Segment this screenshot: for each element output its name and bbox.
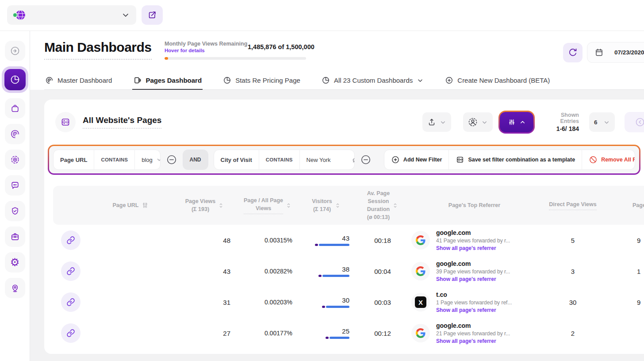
sort-icon[interactable] xyxy=(335,203,341,208)
filter-1: Page URL CONTAINS blog xyxy=(53,150,161,170)
pie-chart-icon xyxy=(10,74,20,85)
columns-icon xyxy=(133,76,142,84)
sort-icon[interactable] xyxy=(286,203,291,208)
filter-value-label: New York xyxy=(307,157,331,163)
remove-all-filters-button[interactable]: Remove All Filters xyxy=(582,150,635,169)
filter-1-operator[interactable]: CONTAINS xyxy=(94,150,135,169)
visitors-value: 43 xyxy=(299,234,349,242)
shown-entries-value: 1-6/ 184 xyxy=(541,125,579,132)
sidebar-item-locations[interactable] xyxy=(5,278,25,298)
show-all-referrer-link[interactable]: Show all page's referrer xyxy=(436,276,510,282)
col-visitors[interactable]: Visitors(Σ 174) xyxy=(299,197,354,213)
tab-label: All 23 Custom Dashboards xyxy=(334,77,413,84)
main-area: Main Dashboards Monthly Page Views Remai… xyxy=(30,31,644,361)
filter-1-field[interactable]: Page URL xyxy=(54,150,94,169)
open-website-button[interactable] xyxy=(142,5,163,25)
tab-label: Stats Re Pricing Page xyxy=(235,77,300,84)
date-range-value: 07/23/2020 xyxy=(614,49,644,56)
filter-field-label: Page URL xyxy=(60,157,87,163)
sidebar-item-settings[interactable]: ⚙ xyxy=(5,252,25,273)
filter-button-highlight xyxy=(498,111,535,134)
add-new-filter-button[interactable]: Add New Filter xyxy=(384,150,449,169)
filter-2-field[interactable]: City of Visit xyxy=(214,150,259,169)
chevron-up-icon xyxy=(519,119,526,126)
arrow-circle-icon xyxy=(10,46,20,56)
sort-icon[interactable] xyxy=(218,203,224,208)
table-row[interactable]: 48 0.00315% 43 00:18 google.com 41 Page … xyxy=(53,225,644,256)
duration-cell: 00:03 xyxy=(354,299,411,306)
tab-pages-dashboard[interactable]: Pages Dashboard xyxy=(132,69,203,89)
website-selector[interactable] xyxy=(7,5,136,25)
col-page-views[interactable]: Page Views(Σ 193) xyxy=(172,197,237,213)
refresh-button[interactable] xyxy=(563,43,583,62)
referrer-cell: google.com 21 Page views forwarded by r.… xyxy=(411,322,537,344)
page-link-icon[interactable] xyxy=(61,292,80,312)
direct-views-cell: 3 xyxy=(537,268,608,275)
sidebar-item-dashboards[interactable] xyxy=(2,66,28,93)
segments-button[interactable] xyxy=(463,112,493,132)
save-filter-template-button[interactable]: Save set filter combination as a templat… xyxy=(449,150,582,169)
filter-1-value[interactable]: blog xyxy=(135,150,160,169)
mini-sliders-icon[interactable] xyxy=(142,202,149,209)
person-icon xyxy=(468,117,478,127)
col-label: Page / All PageViews xyxy=(244,196,283,214)
export-button[interactable] xyxy=(422,112,451,132)
tab-label: Pages Dashboard xyxy=(146,77,202,84)
page-link-icon[interactable] xyxy=(61,261,80,281)
calendar-icon xyxy=(594,48,604,57)
shown-entries-label: Shown Entries xyxy=(541,112,579,124)
sidebar-item-workspace[interactable] xyxy=(5,227,25,247)
sidebar-item-ecommerce[interactable] xyxy=(5,98,25,119)
col-page-url[interactable]: Page URL xyxy=(88,201,172,209)
google-icon xyxy=(411,262,430,280)
visitors-value: 30 xyxy=(299,296,349,304)
table-row[interactable]: 27 0.00177% 25 00:12 google.com 21 Page … xyxy=(53,318,644,349)
sidebar-item-behaviour[interactable] xyxy=(5,124,25,144)
tab-create-new-dashboard[interactable]: Create New Dashboard (BETA) xyxy=(444,69,551,89)
show-all-referrer-link[interactable]: Show all page's referrer xyxy=(436,307,512,313)
filter-field-label: City of Visit xyxy=(221,157,252,163)
sidebar-item-enter[interactable] xyxy=(5,41,25,61)
eraser-icon[interactable] xyxy=(351,156,355,164)
col-label: Page URL xyxy=(112,201,138,209)
tab-label: Create New Dashboard (BETA) xyxy=(457,77,550,84)
direct-views-cell: 2 xyxy=(537,330,608,337)
visitors-value: 25 xyxy=(299,327,349,335)
col-page-all-views[interactable]: Page / All PageViews xyxy=(237,196,299,214)
table-header: Page URL Page Views(Σ 193) Page / All Pa… xyxy=(53,186,644,225)
show-all-referrer-link[interactable]: Show all page's referrer xyxy=(436,245,510,251)
col-label: Direct Page Views xyxy=(549,200,596,210)
remove-filter-2-button[interactable] xyxy=(360,154,372,165)
chevron-down-icon xyxy=(121,11,130,19)
tab-custom-dashboards[interactable]: All 23 Custom Dashboards xyxy=(321,69,425,89)
shown-entries: Shown Entries 1-6/ 184 xyxy=(541,112,579,132)
page-link-icon[interactable] xyxy=(61,323,80,343)
page-views-cell: 27 xyxy=(172,330,237,337)
date-range-picker[interactable]: 07/23/2020 xyxy=(587,42,644,63)
remove-filter-1-button[interactable] xyxy=(166,154,177,165)
minus-circle-icon xyxy=(360,154,372,165)
col-session-duration[interactable]: Av. PageSessionDuration(ø 00:13) xyxy=(354,189,411,222)
sidebar-item-feedback[interactable] xyxy=(5,175,25,196)
show-all-referrer-link[interactable]: Show all page's referrer xyxy=(436,338,510,344)
sidebar-item-privacy[interactable] xyxy=(5,201,25,221)
card-title: All Website's Pages xyxy=(83,115,161,129)
referrer-desc: 1 Page views forwarded by ref... xyxy=(436,300,512,306)
page-size-select[interactable]: 6 xyxy=(589,112,615,132)
tab-stats-re-pricing[interactable]: Stats Re Pricing Page xyxy=(222,69,301,89)
collapse-widget-button[interactable] xyxy=(625,112,644,132)
filter-logic-pill[interactable]: AND xyxy=(183,150,208,170)
filters-toggle-button[interactable] xyxy=(500,112,533,132)
table-row[interactable]: 43 0.00282% 38 00:04 google.com 39 Page … xyxy=(53,256,644,287)
referrer-cell: google.com 41 Page views forwarded by r.… xyxy=(411,229,537,251)
filter-2-value[interactable]: New York xyxy=(300,150,355,169)
sidebar-item-recordings[interactable] xyxy=(5,150,25,170)
page-all-views-cell: 0.00203% xyxy=(237,299,299,306)
page-all-views-cell: 0.00315% xyxy=(237,237,299,244)
tab-master-dashboard[interactable]: Master Dashboard xyxy=(44,69,113,89)
filter-2-operator[interactable]: CONTAINS xyxy=(259,150,300,169)
sort-icon[interactable] xyxy=(392,203,398,208)
table-row[interactable]: 31 0.00203% 30 00:03 X t.co 1 Page views… xyxy=(53,287,644,318)
col-direct-page-views[interactable]: Direct Page Views xyxy=(537,200,608,210)
page-link-icon[interactable] xyxy=(61,230,80,250)
